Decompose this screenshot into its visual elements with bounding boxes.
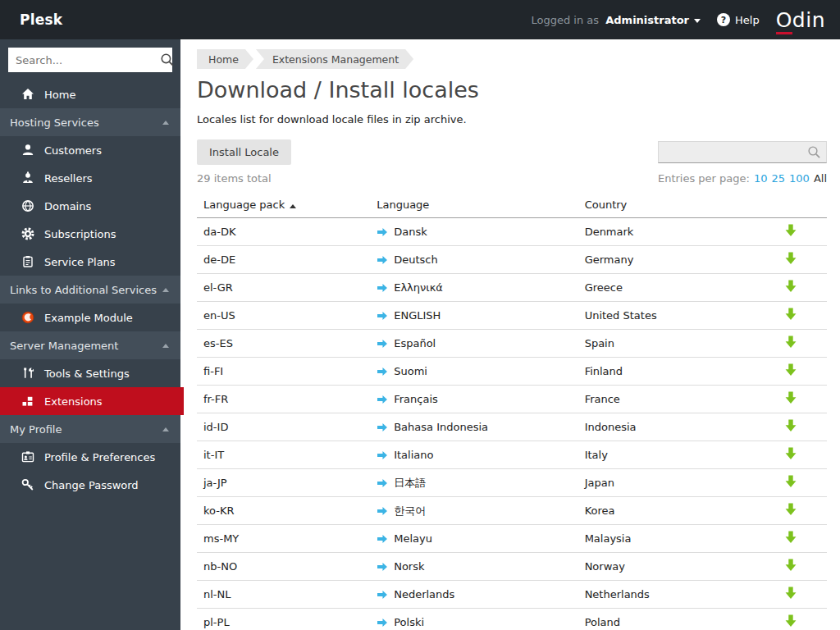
breadcrumb-home[interactable]: Home — [197, 49, 253, 69]
table-row: da-DK Dansk Denmark — [197, 218, 827, 246]
sidebar-item-customers[interactable]: Customers — [0, 136, 180, 164]
download-icon[interactable] — [785, 363, 797, 377]
download-icon[interactable] — [785, 559, 797, 572]
cell-country: Italy — [578, 441, 755, 469]
sidebar-item-extensions[interactable]: Extensions — [0, 387, 184, 415]
download-icon[interactable] — [785, 252, 797, 265]
current-user[interactable]: Administrator — [605, 14, 689, 26]
sidebar-group-label: My Profile — [10, 423, 62, 436]
logged-in-as[interactable]: Logged in as Administrator — [532, 14, 701, 26]
sidebar-item-profile-preferences[interactable]: Profile & Preferences — [0, 443, 180, 471]
page-description: Locales list for download locale files i… — [197, 113, 827, 126]
language-arrow-icon — [377, 395, 388, 404]
sidebar-item-domains[interactable]: Domains — [0, 192, 180, 220]
cell-language-pack: ko-KR — [197, 497, 370, 525]
sidebar-search-input[interactable] — [8, 54, 160, 66]
table-row: de-DE Deutsch Germany — [197, 246, 827, 274]
sidebar-group-my-profile[interactable]: My Profile — [0, 415, 180, 443]
cell-language: 한국어 — [394, 504, 426, 518]
cell-language-pack: fr-FR — [197, 386, 370, 413]
language-arrow-icon — [377, 367, 388, 377]
install-locale-button[interactable]: Install Locale — [197, 139, 291, 165]
sidebar-group-hosting-services[interactable]: Hosting Services — [0, 108, 180, 136]
cell-language-pack: it-IT — [197, 441, 370, 469]
odin-logo-o: O — [776, 8, 792, 34]
sidebar-item-resellers[interactable]: Resellers — [0, 164, 180, 192]
table-row: id-ID Bahasa Indonesia Indonesia — [197, 413, 827, 441]
subscriptions-icon — [21, 227, 34, 240]
language-arrow-icon — [377, 618, 388, 628]
cell-country: France — [578, 386, 755, 413]
column-header-language[interactable]: Language — [370, 193, 578, 218]
download-icon[interactable] — [785, 336, 797, 349]
sidebar-group-server-management[interactable]: Server Management — [0, 331, 180, 359]
table-row: ko-KR 한국어 Korea — [197, 497, 827, 525]
download-icon[interactable] — [785, 475, 797, 488]
sidebar-item-example-module[interactable]: Example Module — [0, 304, 180, 331]
cell-country: Korea — [578, 497, 755, 525]
language-arrow-icon — [377, 450, 388, 460]
entries-option-10[interactable]: 10 — [754, 172, 768, 185]
collapse-caret-icon — [162, 288, 169, 292]
entries-option-25[interactable]: 25 — [772, 172, 786, 185]
sidebar-item-label: Service Plans — [44, 256, 116, 268]
profile-preferences-icon — [21, 450, 34, 463]
toolbar: Install Locale — [197, 139, 827, 165]
extensions-icon — [21, 395, 34, 408]
sidebar-item-tools-settings[interactable]: Tools & Settings — [0, 359, 180, 387]
language-arrow-icon — [377, 339, 388, 349]
table-search-input[interactable] — [659, 146, 807, 158]
main-content: Home Extensions Management Download / In… — [180, 39, 840, 630]
column-header-language-pack[interactable]: Language pack — [197, 193, 370, 218]
breadcrumb-extensions-management[interactable]: Extensions Management — [256, 49, 413, 69]
cell-country: Spain — [578, 330, 755, 358]
table-row: fr-FR Français France — [197, 386, 827, 413]
cell-language: Italiano — [394, 449, 433, 461]
table-row: pl-PL Polski Poland — [197, 609, 827, 630]
cell-language: Deutsch — [394, 253, 438, 266]
collapse-caret-icon — [162, 427, 169, 431]
odin-logo: Odin — [776, 10, 825, 30]
language-arrow-icon — [377, 562, 388, 572]
service-plans-icon — [21, 255, 34, 268]
download-icon[interactable] — [785, 587, 797, 600]
help-button[interactable]: Help — [717, 13, 760, 26]
sidebar-item-home[interactable]: Home — [0, 80, 180, 108]
download-icon[interactable] — [785, 531, 797, 544]
sidebar-search — [8, 48, 172, 72]
column-header-country[interactable]: Country — [578, 193, 755, 218]
download-icon[interactable] — [785, 224, 797, 237]
sidebar-item-label: Change Password — [44, 479, 139, 491]
sidebar-item-service-plans[interactable]: Service Plans — [0, 248, 180, 276]
table-search-icon[interactable] — [807, 145, 821, 159]
entries-option-100[interactable]: 100 — [789, 172, 810, 185]
download-icon[interactable] — [785, 308, 797, 321]
download-icon[interactable] — [785, 391, 797, 404]
entries-per-page: Entries per page:1025100All — [658, 172, 827, 185]
cell-language: Polski — [394, 616, 424, 628]
sidebar-item-label: Subscriptions — [44, 228, 116, 240]
download-icon[interactable] — [785, 280, 797, 293]
cell-country: Finland — [578, 358, 755, 386]
download-icon[interactable] — [785, 419, 797, 432]
download-icon[interactable] — [785, 614, 797, 628]
table-row: it-IT Italiano Italy — [197, 441, 827, 469]
table-row: nl-NL Nederlands Netherlands — [197, 581, 827, 609]
sidebar-item-subscriptions[interactable]: Subscriptions — [0, 220, 180, 248]
table-search — [658, 141, 827, 163]
search-icon[interactable] — [160, 52, 175, 67]
breadcrumb: Home Extensions Management — [197, 49, 827, 69]
download-icon[interactable] — [785, 447, 797, 460]
sidebar-item-change-password[interactable]: Change Password — [0, 471, 180, 499]
download-icon[interactable] — [785, 503, 797, 516]
sort-ascending-icon — [290, 204, 296, 208]
list-info-row: 29 items total Entries per page:1025100A… — [197, 172, 827, 185]
sidebar-item-label: Customers — [44, 144, 102, 157]
entries-option-all[interactable]: All — [814, 172, 827, 185]
sidebar-item-label: Profile & Preferences — [44, 451, 155, 463]
cell-language-pack: ms-MY — [197, 525, 370, 553]
sidebar-group-additional-services[interactable]: Links to Additional Services — [0, 276, 180, 304]
cell-language: Español — [394, 337, 436, 349]
entries-label: Entries per page: — [658, 172, 750, 185]
plesk-logo[interactable]: Plesk — [20, 11, 62, 28]
